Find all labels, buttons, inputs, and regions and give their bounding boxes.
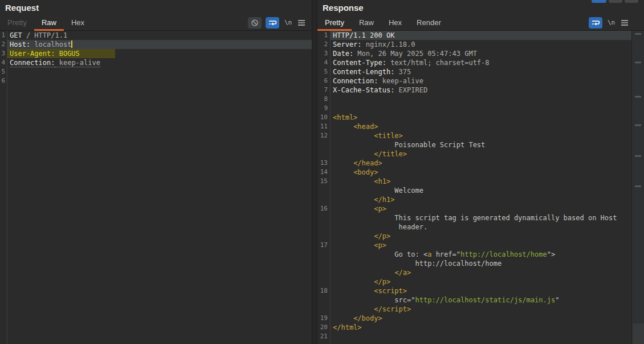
code-line[interactable]: Go to: <a href="http://localhost/home"> — [317, 250, 631, 259]
line-number: 14 — [317, 168, 331, 177]
line-number: 4 — [317, 58, 331, 67]
code-line[interactable]: 20</html> — [317, 323, 631, 332]
code-segment: Connection: — [10, 59, 55, 67]
tab-hex[interactable]: Hex — [64, 15, 92, 30]
code-line[interactable]: 7X-Cache-Status: EXPIRED — [317, 86, 631, 95]
code-line[interactable]: 18 <script> — [317, 286, 631, 296]
word-wrap-toggle-button[interactable] — [266, 17, 279, 29]
line-number: 2 — [317, 40, 331, 49]
code-segment: keep-alive — [55, 59, 100, 67]
code-line[interactable]: 12 <title> — [317, 131, 631, 140]
request-tab-bar: PrettyRawHex \n — [0, 15, 312, 31]
code-line[interactable]: 3Date: Mon, 26 May 2025 05:47:43 GMT — [317, 49, 631, 58]
code-line[interactable]: 4Connection: keep-alive — [0, 58, 312, 67]
code-line[interactable]: </p> — [317, 232, 631, 241]
code-line[interactable]: 5 — [0, 67, 312, 76]
code-line[interactable]: 13 </head> — [317, 159, 631, 168]
code-segment — [333, 287, 374, 295]
code-line[interactable]: 3User-Agent: BOGUS — [0, 49, 312, 58]
code-line[interactable]: 8 — [317, 95, 631, 104]
code-line[interactable]: </h1> — [317, 195, 631, 204]
code-text: Host: localhost — [7, 40, 72, 49]
line-number: 12 — [317, 131, 331, 140]
code-segment: src=" — [333, 296, 415, 304]
line-number: 10 — [317, 113, 331, 122]
code-text — [331, 95, 333, 104]
request-toolbar: \n — [248, 15, 312, 30]
code-line[interactable]: This script tag is generated dynamically… — [317, 213, 631, 222]
word-wrap-toggle-button[interactable] — [589, 17, 602, 29]
code-line[interactable]: src="http://localhost/static/js/main.js" — [317, 296, 631, 305]
code-line[interactable]: 6 — [0, 76, 312, 86]
tab-label: Hex — [389, 18, 402, 27]
code-segment: text/html; charset=utf-8 — [386, 59, 490, 67]
circle-slash-icon — [250, 19, 259, 27]
panel-divider[interactable] — [312, 0, 317, 344]
code-line[interactable]: header. — [317, 222, 631, 232]
request-editor[interactable]: 1GET / HTTP/1.12Host: localhost3User-Age… — [0, 31, 312, 344]
code-segment: http://localhost/static/js/main.js — [415, 296, 556, 304]
code-text — [331, 104, 333, 113]
code-line[interactable]: </script> — [317, 305, 631, 314]
code-line[interactable]: 5Content-Length: 375 — [317, 67, 631, 76]
code-line[interactable]: 1GET / HTTP/1.1 — [0, 31, 312, 40]
code-line[interactable]: 16 <p> — [317, 204, 631, 213]
scrollbar-marker — [635, 155, 641, 157]
code-segment — [333, 123, 353, 131]
code-text — [331, 332, 333, 341]
code-text: X-Cache-Status: EXPIRED — [331, 86, 427, 95]
code-line[interactable]: 2Server: nginx/1.18.0 — [317, 40, 631, 49]
show-newlines-button[interactable]: \n — [606, 19, 616, 26]
tab-pretty[interactable]: Pretty — [317, 15, 352, 30]
word-wrap-icon — [591, 19, 600, 27]
code-line[interactable]: Poisonable Script Test — [317, 140, 631, 149]
code-line[interactable]: 1HTTP/1.1 200 OK — [317, 31, 631, 40]
code-line[interactable]: 4Content-Type: text/html; charset=utf-8 — [317, 58, 631, 67]
code-line[interactable]: 15 <h1> — [317, 177, 631, 186]
code-segment: Date: — [333, 50, 353, 58]
code-text: HTTP/1.1 200 OK — [331, 31, 394, 40]
line-number: 3 — [317, 49, 331, 58]
code-segment: http://localhost/home — [333, 260, 502, 268]
show-newlines-button[interactable]: \n — [283, 19, 293, 26]
code-text: <body> — [331, 168, 378, 177]
tab-label: Pretty — [325, 18, 344, 27]
editor-menu-icon[interactable] — [620, 19, 629, 27]
code-line[interactable]: 2Host: localhost — [0, 40, 312, 49]
code-text: Connection: keep-alive — [331, 76, 423, 86]
code-line[interactable]: </title> — [317, 149, 631, 159]
tab-raw[interactable]: Raw — [34, 15, 64, 30]
code-line[interactable]: 9 — [317, 104, 631, 113]
tab-hex[interactable]: Hex — [381, 15, 409, 30]
hide-nonprintable-button[interactable] — [248, 17, 262, 29]
code-text: </p> — [331, 277, 390, 286]
tab-raw[interactable]: Raw — [352, 15, 381, 30]
code-line[interactable]: </a> — [317, 268, 631, 277]
code-segment: </p> — [374, 232, 390, 240]
code-line[interactable]: 6Connection: keep-alive — [317, 76, 631, 86]
code-line[interactable]: </p> — [317, 277, 631, 286]
code-segment: Content-Length: — [333, 68, 394, 76]
code-segment: "> — [547, 250, 555, 258]
line-number — [317, 222, 331, 232]
response-scrollbar[interactable] — [631, 31, 644, 344]
code-text: http://localhost/home — [331, 259, 502, 268]
code-line[interactable]: 14 <body> — [317, 168, 631, 177]
code-line[interactable]: 19 </body> — [317, 314, 631, 323]
code-line[interactable]: http://localhost/home — [317, 259, 631, 268]
line-number — [317, 268, 331, 277]
code-text: </body> — [331, 314, 382, 323]
code-line[interactable]: 11 <head> — [317, 122, 631, 131]
response-editor[interactable]: 1HTTP/1.1 200 OK2Server: nginx/1.18.03Da… — [317, 31, 631, 344]
tab-render[interactable]: Render — [409, 15, 449, 30]
code-text: </h1> — [331, 195, 394, 204]
line-number — [317, 305, 331, 314]
code-line[interactable]: 10<html> — [317, 113, 631, 122]
code-segment: Poisonable Script Test — [333, 141, 485, 149]
tab-pretty[interactable]: Pretty — [0, 15, 34, 30]
code-text: <script> — [331, 286, 407, 296]
code-line[interactable]: 21 — [317, 332, 631, 341]
code-line[interactable]: Welcome — [317, 186, 631, 195]
code-line[interactable]: 17 <p> — [317, 241, 631, 250]
editor-menu-icon[interactable] — [297, 19, 306, 27]
